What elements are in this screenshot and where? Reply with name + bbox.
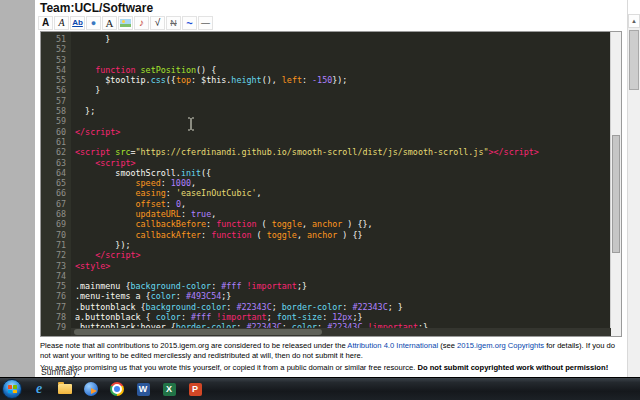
line-number: 57 <box>41 96 66 106</box>
copyright-notice-2: You are also promising us that you wrote… <box>40 363 622 373</box>
code-line: .mainmenu {background-color: #fff !impor… <box>75 281 610 291</box>
code-line: <script> <box>75 158 610 168</box>
page-scroll-thumb[interactable] <box>629 30 639 90</box>
signature-icon[interactable]: ~ <box>182 16 197 30</box>
code-editor[interactable]: 5152535455565758596061626364656667686970… <box>40 31 622 337</box>
line-number: 67 <box>41 199 66 209</box>
italic-icon[interactable]: A <box>54 16 69 30</box>
line-number: 54 <box>41 65 66 75</box>
bold-icon[interactable]: A <box>38 16 53 30</box>
line-number: 66 <box>41 188 66 198</box>
word-icon-glyph: W <box>137 383 150 396</box>
code-line <box>75 44 610 54</box>
excel-icon[interactable]: X <box>156 379 182 400</box>
code-line: speed: 1000, <box>75 178 610 188</box>
embedded-image-icon[interactable] <box>118 16 133 30</box>
line-number: 76 <box>41 291 66 301</box>
page-title: Team:UCL/Software <box>40 1 153 15</box>
code-line: </script> <box>75 127 610 137</box>
line-number: 78 <box>41 312 66 322</box>
line-number: 68 <box>41 209 66 219</box>
line-number: 56 <box>41 85 66 95</box>
line-number: 55 <box>41 75 66 85</box>
word-icon[interactable]: W <box>130 379 156 400</box>
code-line <box>75 96 610 106</box>
editor-horizontal-scroll-thumb[interactable] <box>74 329 322 335</box>
line-number: 52 <box>41 44 66 54</box>
code-line: </script> <box>75 250 610 260</box>
code-line: smoothScroll.init({ <box>75 168 610 178</box>
editor-vertical-scroll-thumb[interactable] <box>612 135 620 253</box>
excel-icon-glyph: X <box>163 383 176 396</box>
scrollbar-top-cap <box>628 0 640 14</box>
explorer-folder-icon-glyph <box>58 384 72 394</box>
code-line <box>75 137 610 147</box>
copyright-link[interactable]: 2015.igem.org Copyrights <box>457 341 544 350</box>
headline-icon[interactable]: A <box>102 16 117 30</box>
start-button[interactable] <box>2 379 22 399</box>
code-line: .menu-items a {color: #493C54;} <box>75 291 610 301</box>
media-player-icon[interactable] <box>78 379 104 400</box>
code-line: function setPosition() { <box>75 65 610 75</box>
line-number: 71 <box>41 240 66 250</box>
page-scrollbar[interactable]: ▲ <box>627 0 640 400</box>
line-number: 63 <box>41 158 66 168</box>
code-line <box>75 55 610 65</box>
editor-horizontal-scrollbar[interactable] <box>71 328 611 336</box>
code-line: } <box>75 85 610 95</box>
code-line: <script src="https://cferdinandi.github.… <box>75 147 610 157</box>
code-line: }); <box>75 240 610 250</box>
copyright-link[interactable]: Attribution 4.0 International <box>347 341 438 350</box>
code-line: }; <box>75 106 610 116</box>
line-number: 53 <box>41 55 66 65</box>
code-line: $tooltip.css({top: $this.height(), left:… <box>75 75 610 85</box>
mouse-ibeam-cursor <box>187 117 195 135</box>
taskbar: eWXP <box>0 377 640 400</box>
line-number: 73 <box>41 261 66 271</box>
editor-vertical-scrollbar[interactable] <box>610 32 621 336</box>
line-number: 74 <box>41 271 66 281</box>
editor-code[interactable]: } function setPosition() { $tooltip.css(… <box>71 32 610 336</box>
copyright-notices: Please note that all contributions to 20… <box>40 341 622 375</box>
nowiki-icon[interactable]: N <box>166 16 181 30</box>
code-line <box>75 116 610 126</box>
line-number: 79 <box>41 322 66 332</box>
code-line: <style> <box>75 261 610 271</box>
code-line: callbackAfter: function ( toggle, anchor… <box>75 230 610 240</box>
line-number: 59 <box>41 116 66 126</box>
hr-icon[interactable]: — <box>198 16 213 30</box>
line-number: 77 <box>41 302 66 312</box>
windows-logo-icon <box>8 385 17 393</box>
line-number: 62 <box>41 147 66 157</box>
internet-explorer-icon[interactable]: e <box>26 379 52 400</box>
scroll-up-arrow-icon[interactable]: ▲ <box>628 14 640 28</box>
chrome-icon-glyph <box>110 382 124 396</box>
editor-gutter: 5152535455565758596061626364656667686970… <box>41 32 71 336</box>
summary-label: Summary: <box>41 367 80 377</box>
line-number: 75 <box>41 281 66 291</box>
code-line: a.buttonblack { color: #fff !important; … <box>75 312 610 322</box>
line-number: 70 <box>41 230 66 240</box>
line-number: 69 <box>41 219 66 229</box>
media-file-icon[interactable]: ♪ <box>134 16 149 30</box>
explorer-folder-icon[interactable] <box>52 379 78 400</box>
chrome-icon[interactable] <box>104 379 130 400</box>
line-number: 61 <box>41 137 66 147</box>
line-number: 72 <box>41 250 66 260</box>
internal-link-icon[interactable]: Ab <box>70 16 85 30</box>
code-line: callbackBefore: function ( toggle, ancho… <box>75 219 610 229</box>
code-line: easing: 'easeInOutCubic', <box>75 188 610 198</box>
powerpoint-icon-glyph: P <box>189 383 202 396</box>
line-number: 64 <box>41 168 66 178</box>
math-icon[interactable]: √ <box>150 16 165 30</box>
line-number: 60 <box>41 127 66 137</box>
powerpoint-icon[interactable]: P <box>182 379 208 400</box>
internet-explorer-icon-glyph: e <box>36 381 42 397</box>
line-number: 51 <box>41 34 66 44</box>
screen: Team:UCL/Software AAAb●A♪√N~— 5152535455… <box>0 0 640 400</box>
external-link-icon[interactable]: ● <box>86 16 101 30</box>
media-player-icon-glyph <box>84 382 98 396</box>
code-line: updateURL: true, <box>75 209 610 219</box>
edit-toolbar: AAAb●A♪√N~— <box>38 16 214 30</box>
code-line: offset: 0, <box>75 199 610 209</box>
